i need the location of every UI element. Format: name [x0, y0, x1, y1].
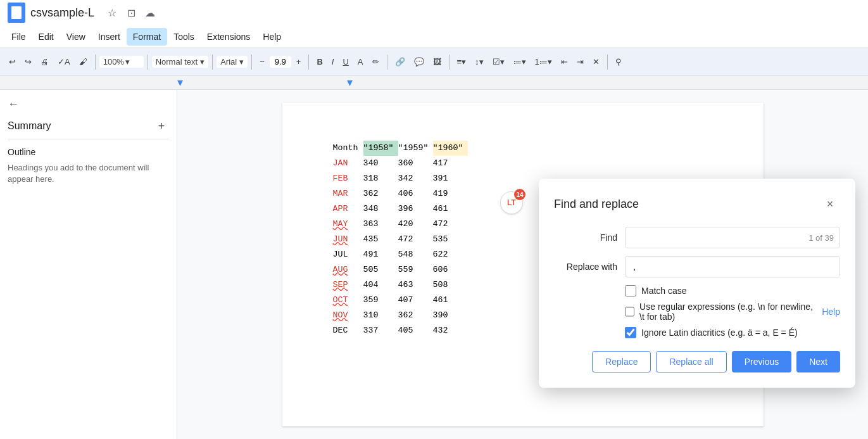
text-color-button[interactable]: A	[354, 54, 367, 69]
match-case-checkbox[interactable]	[625, 285, 636, 296]
decrease-font-button[interactable]: −	[256, 54, 268, 69]
menu-tools[interactable]: Tools	[167, 28, 201, 46]
find-row: Find 1 of 39	[554, 227, 840, 248]
next-button[interactable]: Next	[796, 351, 840, 372]
sidebar-header: Summary +	[8, 118, 169, 139]
find-replace-dialog: Find and replace × Find 1 of 39 Replace …	[539, 179, 855, 388]
redo-button[interactable]: ↪	[21, 54, 35, 69]
folder-icon[interactable]: ⊡	[123, 5, 139, 20]
document-area: LT 14 Month"1958""1959""1960" JAN3403604…	[177, 90, 868, 439]
cell-nov: NOV	[333, 308, 363, 323]
sidebar-add-button[interactable]: +	[154, 118, 169, 134]
line-spacing-button[interactable]: ↕▾	[471, 54, 487, 69]
regex-checkbox[interactable]	[625, 306, 634, 317]
align-button[interactable]: ≡▾	[453, 54, 470, 69]
print-button[interactable]: 🖨	[37, 54, 53, 69]
ignore-diacritics-option[interactable]: Ignore Latin diacritics (e.g. ä = a, E =…	[625, 327, 840, 338]
find-input[interactable]	[625, 227, 840, 248]
regex-option[interactable]: Use regular expressions (e.g. \n for new…	[625, 302, 840, 322]
lt-badge-wrapper: LT 14	[500, 191, 523, 214]
menu-file[interactable]: File	[5, 28, 32, 46]
increase-font-button[interactable]: +	[292, 54, 305, 69]
numbered-list-button[interactable]: 1≔▾	[531, 54, 556, 69]
content-area: ← Summary + Outline Headings you add to …	[0, 90, 868, 439]
find-count: 1 of 39	[808, 233, 834, 243]
text-style-value: Normal text	[156, 57, 198, 67]
bullet-list-button[interactable]: ≔▾	[510, 54, 530, 69]
comment-button[interactable]: 💬	[410, 54, 428, 69]
bold-button[interactable]: B	[313, 54, 326, 69]
font-dropdown-icon: ▾	[239, 57, 244, 67]
title-bar: csvsample-L ☆ ⊡ ☁	[0, 0, 868, 25]
undo-button[interactable]: ↩	[5, 54, 20, 69]
cell-jul: JUL	[333, 247, 363, 262]
cell-1960-header: "1960"	[433, 141, 468, 156]
lt-label: LT	[507, 198, 516, 207]
menu-insert[interactable]: Insert	[92, 28, 127, 46]
toolbar: ↩ ↪ 🖨 ✓A 🖌 100% ▾ Normal text ▾ Arial ▾ …	[0, 48, 868, 76]
highlight-color-button[interactable]: ✏	[368, 54, 383, 69]
font-size-display[interactable]: 9.9	[270, 56, 291, 68]
checklist-button[interactable]: ☑▾	[489, 54, 508, 69]
italic-button[interactable]: I	[328, 54, 338, 69]
menu-view[interactable]: View	[60, 28, 92, 46]
cell-mar: MAR	[333, 186, 363, 201]
increase-indent-button[interactable]: ⇥	[573, 54, 588, 69]
underline-button[interactable]: U	[339, 54, 352, 69]
paint-format-button[interactable]: 🖌	[75, 54, 91, 69]
zoom-selector[interactable]: 100% ▾	[99, 56, 144, 68]
back-arrow-icon: ←	[8, 98, 19, 111]
cell-oct: OCT	[333, 293, 363, 308]
document-title: csvsample-L	[30, 6, 94, 20]
link-button[interactable]: 🔗	[391, 54, 409, 69]
dialog-header: Find and replace ×	[554, 194, 840, 214]
menu-format[interactable]: Format	[127, 28, 167, 46]
cell-may: MAY	[333, 217, 363, 232]
font-value: Arial	[220, 57, 237, 67]
replace-input[interactable]	[625, 256, 840, 277]
cell-aug: AUG	[333, 262, 363, 277]
menu-help[interactable]: Help	[256, 28, 287, 46]
dialog-options: Match case Use regular expressions (e.g.…	[625, 285, 840, 338]
app-logo	[8, 3, 25, 23]
regex-help-link[interactable]: Help	[822, 307, 840, 317]
decrease-indent-button[interactable]: ⇤	[557, 54, 572, 69]
spellcheck-button[interactable]: ✓A	[54, 54, 74, 69]
ruler: ▾ ▾	[0, 76, 868, 90]
match-case-option[interactable]: Match case	[625, 285, 840, 296]
text-style-selector[interactable]: Normal text ▾	[152, 56, 208, 68]
cloud-icon[interactable]: ☁	[142, 5, 158, 20]
match-case-label: Match case	[641, 286, 687, 296]
cell-jan: JAN	[333, 156, 363, 171]
table-row: JAN340360417	[333, 156, 713, 171]
menu-extensions[interactable]: Extensions	[201, 28, 256, 46]
menu-edit[interactable]: Edit	[32, 28, 60, 46]
accessibility-button[interactable]: ⚲	[612, 54, 626, 69]
find-input-wrapper: 1 of 39	[625, 227, 840, 248]
lt-count-badge: 14	[514, 189, 525, 200]
replace-button[interactable]: Replace	[592, 351, 651, 372]
image-button[interactable]: 🖼	[429, 54, 445, 69]
menu-bar: File Edit View Insert Format Tools Exten…	[0, 25, 868, 48]
outline-hint: Headings you add to the document will ap…	[8, 162, 169, 185]
cell-1959-header: "1959"	[398, 141, 433, 156]
dialog-title: Find and replace	[554, 198, 639, 211]
sidebar: ← Summary + Outline Headings you add to …	[0, 90, 177, 439]
replace-all-button[interactable]: Replace all	[656, 351, 726, 372]
dialog-actions: Replace Replace all Previous Next	[554, 351, 840, 372]
cell-feb: FEB	[333, 171, 363, 186]
font-selector[interactable]: Arial ▾	[217, 56, 248, 68]
dialog-close-button[interactable]: ×	[820, 194, 840, 214]
replace-label: Replace with	[554, 262, 617, 272]
clear-formatting-button[interactable]: ✕	[589, 54, 603, 69]
previous-button[interactable]: Previous	[732, 351, 791, 372]
cell-jun: JUN	[333, 232, 363, 247]
cell-month-header: Month	[333, 141, 363, 156]
cell-apr: APR	[333, 201, 363, 217]
table-row: Month"1958""1959""1960"	[333, 141, 713, 156]
ignore-diacritics-checkbox[interactable]	[625, 327, 636, 338]
cell-dec: DEC	[333, 323, 363, 338]
style-dropdown-icon: ▾	[200, 57, 204, 67]
star-icon[interactable]: ☆	[104, 5, 120, 20]
sidebar-back-button[interactable]: ←	[8, 98, 169, 111]
